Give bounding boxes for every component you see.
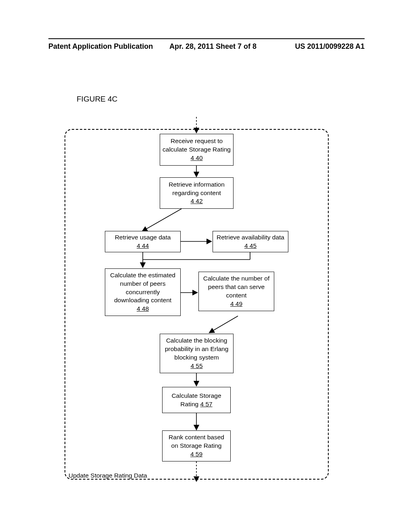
flow-box-ref: 4 55 bbox=[190, 362, 202, 370]
flow-box-455: Calculate the blocking probability in an… bbox=[160, 334, 234, 373]
flowchart-diagram: Receive request to calculate Storage Rat… bbox=[65, 117, 329, 482]
flowchart-group-label: Update Storage Rating Data bbox=[69, 472, 147, 479]
flow-box-text: Receive request to calculate Storage Rat… bbox=[163, 137, 231, 154]
header-rule bbox=[48, 38, 365, 39]
flow-box-ref: 4 40 bbox=[190, 154, 202, 162]
flow-box-text: Rank content based on Storage Rating bbox=[165, 433, 228, 450]
flow-box-ref: 4 49 bbox=[230, 300, 242, 308]
flow-box-text: Calculate the number of peers that can s… bbox=[201, 274, 271, 300]
flow-box-text: Retrieve availability data bbox=[217, 233, 284, 242]
flow-box-449: Calculate the number of peers that can s… bbox=[198, 272, 274, 311]
flow-box-440: Receive request to calculate Storage Rat… bbox=[160, 134, 234, 166]
flow-box-442: Retrieve information regarding content 4… bbox=[160, 177, 234, 209]
flow-box-457: Calculate Storage Rating 4 57 bbox=[162, 387, 231, 413]
header-pub-number: US 2011/0099228 A1 bbox=[295, 42, 365, 51]
flow-box-444: Retrieve usage data 4 44 bbox=[105, 231, 181, 252]
flow-box-ref: 4 59 bbox=[190, 450, 202, 459]
flow-box-text: Calculate the blocking probability in an… bbox=[163, 337, 231, 362]
flow-box-ref: 4 42 bbox=[190, 197, 202, 206]
flow-box-ref: 4 44 bbox=[137, 242, 149, 250]
header-publication: Patent Application Publication bbox=[48, 42, 153, 51]
flow-box-448: Calculate the estimated number of peers … bbox=[105, 268, 181, 316]
header-date-sheet: Apr. 28, 2011 Sheet 7 of 8 bbox=[169, 42, 257, 51]
flow-box-text: Retrieve information regarding content bbox=[163, 181, 231, 197]
flow-box-445: Retrieve availability data 4 45 bbox=[213, 231, 288, 252]
flow-box-text: Retrieve usage data bbox=[115, 233, 171, 242]
figure-label: FIGURE 4C bbox=[77, 95, 117, 104]
flow-box-text: Calculate Storage Rating 4 57 bbox=[165, 392, 228, 409]
flow-box-459: Rank content based on Storage Rating 4 5… bbox=[162, 430, 231, 461]
flow-box-text: Calculate the estimated number of peers … bbox=[108, 271, 178, 305]
flow-box-ref: 4 48 bbox=[137, 305, 149, 313]
flow-box-ref: 4 45 bbox=[244, 242, 257, 250]
